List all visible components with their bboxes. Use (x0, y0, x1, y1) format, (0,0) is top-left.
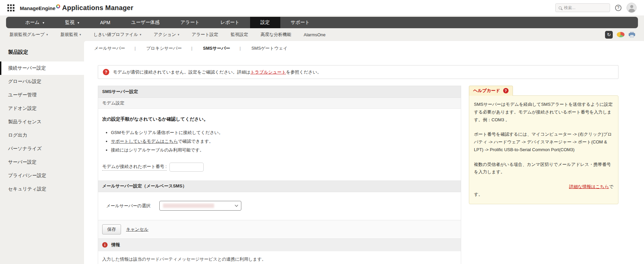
tab-label: メールサーバー (94, 46, 125, 51)
nav-item-label: レポート (220, 19, 240, 26)
sidebar-item-label: パーソナライズ (8, 146, 42, 151)
sidebar-item-label: プライバシー設定 (8, 173, 46, 178)
form-title: SMSサーバー設定 (98, 86, 461, 98)
tab-label: プロキシサーバー (146, 46, 182, 51)
sidebar-item-label: サーバー設定 (8, 159, 37, 165)
refresh-icon[interactable]: ↻ (605, 31, 613, 39)
sidebar-item-label: ログ出力 (8, 132, 27, 138)
modem-section-title: モデム設定 (98, 98, 461, 109)
save-button[interactable]: 保存 (102, 224, 121, 234)
subnav-item[interactable]: アラート設定 (192, 32, 218, 38)
nav-item-label: ユーザー体感 (131, 19, 160, 26)
sidebar-item[interactable]: セキュリティ設定 (0, 182, 84, 196)
sidebar-item[interactable]: アドオン設定 (0, 102, 84, 115)
sidebar-item-label: セキュリティ設定 (8, 186, 46, 191)
global-search (555, 3, 610, 12)
more-info-link[interactable]: 詳細な情報はこちら (569, 184, 609, 189)
subnav-item[interactable]: 新規監視グループ (9, 32, 48, 38)
subnav-item[interactable]: 監視設定 (231, 32, 248, 38)
product-name: Applications Manager (62, 4, 133, 12)
help-card-body: SMSサーバーはモデムを経由してSMSアラートを送信するように設定する必要があり… (469, 95, 618, 204)
tab[interactable]: プロキシサーバー (134, 45, 182, 51)
pie-chart-icon[interactable] (617, 32, 625, 37)
alert-question-icon: ? (103, 69, 109, 75)
help-icon[interactable]: ? (615, 5, 621, 11)
sidebar-item[interactable]: サーバー設定 (0, 156, 84, 169)
tab[interactable]: SMSサーバー (191, 45, 230, 51)
nav-item-label: 設定 (260, 19, 270, 26)
supported-modems-link[interactable]: サポートしているモデムはこちら (111, 139, 178, 144)
help-card-title: ヘルプカード (473, 88, 500, 94)
sidebar-item-label: 製品ライセンス (8, 119, 42, 124)
server-tabs: メールサーバー プロキシサーバー SMSサーバー SMSゲートウェイ (84, 41, 644, 53)
setup-step: サポートしているモデムはこちらで確認できます。 (111, 137, 457, 146)
sidebar-item-label: ユーザー管理 (8, 92, 37, 97)
step-text: 接続にはシリアルケーブルのみ利用可能です。 (111, 147, 204, 152)
sidebar-title: 製品設定 (0, 46, 84, 61)
sidebar-item[interactable]: プライバシー設定 (0, 169, 84, 182)
sidebar-item[interactable]: 接続サーバー設定 (0, 61, 84, 75)
help-paragraph: SMSサーバーはモデムを経由してSMSアラートを送信するように設定する必要があり… (474, 101, 613, 124)
tab[interactable]: メールサーバー (94, 45, 125, 51)
port-number-label: モデムが接続されたポート番号 : (102, 164, 167, 171)
setup-step: 接続にはシリアルケーブルのみ利用可能です。 (111, 146, 457, 155)
subnav-item[interactable]: アクション (154, 32, 179, 38)
mail-server-select-label: メールサーバーの選択 (106, 203, 151, 209)
search-icon (559, 6, 562, 9)
step-text: GSMモデムをシリアル通信ポートに接続してください。 (111, 130, 223, 135)
search-input[interactable] (564, 5, 607, 10)
brand-name: ManageEngine (20, 5, 60, 11)
sms-server-form: SMSサーバー設定 モデム設定 次の設定手順がなされているか確認してください。 … (98, 86, 461, 264)
nav-item-label: ホーム (25, 19, 40, 26)
troubleshoot-link[interactable]: トラブルシュート (250, 70, 286, 75)
info-icon: i (102, 242, 108, 248)
nav-item[interactable]: アラート (170, 17, 210, 28)
apps-grid-icon[interactable] (7, 4, 14, 11)
alert-text: モデムが適切に接続されていません。設定をご確認ください。詳細はトラブルシュートを… (113, 69, 321, 75)
nav-item[interactable]: 設定 (250, 17, 280, 28)
tab[interactable]: SMSゲートウェイ (240, 45, 288, 51)
user-avatar[interactable] (627, 3, 637, 13)
sub-nav: 新規監視グループ 新規監視 しきい値プロファイル アクション アラート設定 監視… (0, 28, 644, 41)
app-logo: ManageEngine Applications Manager (20, 4, 133, 12)
step-text: で確認できます。 (178, 139, 213, 144)
nav-item[interactable]: ユーザー体感 (121, 17, 170, 28)
tab-label: SMSサーバー (203, 46, 230, 51)
nav-item-label: サポート (291, 19, 310, 26)
help-paragraph: ポート番号を確認するには、マイコンピューター -> (右クリック)プロパティ -… (474, 131, 613, 153)
nav-item[interactable]: サポート (280, 17, 320, 28)
info-section-text: 入力した情報は該当のサードパーティメッセージサービスとの連携に利用します。 (98, 251, 461, 264)
mail-server-selected-value (163, 204, 214, 208)
port-number-input[interactable] (169, 163, 204, 172)
subnav-item[interactable]: 新規監視 (60, 32, 81, 38)
subnav-item[interactable]: AlarmsOne (304, 32, 326, 38)
cancel-link[interactable]: キャンセル (126, 226, 149, 232)
subnav-item-label: しきい値プロファイル (93, 32, 138, 38)
help-paragraph: 複数の受信者がいる場合、カンマ区切りでメールアドレス・携帯番号を入力します。 (474, 161, 613, 176)
alert-text-before: モデムが適切に接続されていません。設定をご確認ください。詳細は (113, 70, 250, 75)
info-section-title: 情報 (111, 242, 120, 248)
sidebar-item[interactable]: ログ出力 (0, 129, 84, 142)
mail-section-title: メールサーバー設定（メールベースSMS） (98, 180, 461, 192)
nav-item[interactable]: 監視 (55, 17, 90, 28)
nav-item[interactable]: レポート (210, 17, 250, 28)
sidebar-item[interactable]: グローバル設定 (0, 75, 84, 88)
nav-item[interactable]: APM (90, 17, 121, 28)
sidebar-item[interactable]: パーソナライズ (0, 142, 84, 156)
nav-item-label: アラート (180, 19, 200, 26)
printer-icon[interactable] (629, 32, 635, 38)
help-more-line: 詳細な情報はこちらで (474, 183, 613, 191)
sidebar-item[interactable]: 製品ライセンス (0, 115, 84, 129)
setup-instruction: 次の設定手順がなされているか確認してください。 (102, 116, 457, 122)
settings-sidebar: 製品設定 接続サーバー設定 グローバル設定 ユーザー管理 アドオン設定 (0, 41, 84, 196)
nav-item[interactable]: ホーム (15, 17, 55, 28)
mail-server-select[interactable] (159, 201, 241, 211)
setup-step: GSMモデムをシリアル通信ポートに接続してください。 (111, 128, 457, 137)
subnav-item[interactable]: しきい値プロファイル (93, 32, 141, 38)
sidebar-item[interactable]: ユーザー管理 (0, 88, 84, 102)
help-question-icon[interactable]: ? (503, 88, 509, 93)
main-nav: ホーム 監視 APM ユーザー体感 アラート レポート 設定 サポート (6, 17, 638, 28)
sidebar-item-label: 接続サーバー設定 (8, 65, 46, 71)
subnav-item[interactable]: 高度な分析機能 (260, 32, 291, 38)
subnav-item-label: 監視設定 (231, 32, 248, 38)
